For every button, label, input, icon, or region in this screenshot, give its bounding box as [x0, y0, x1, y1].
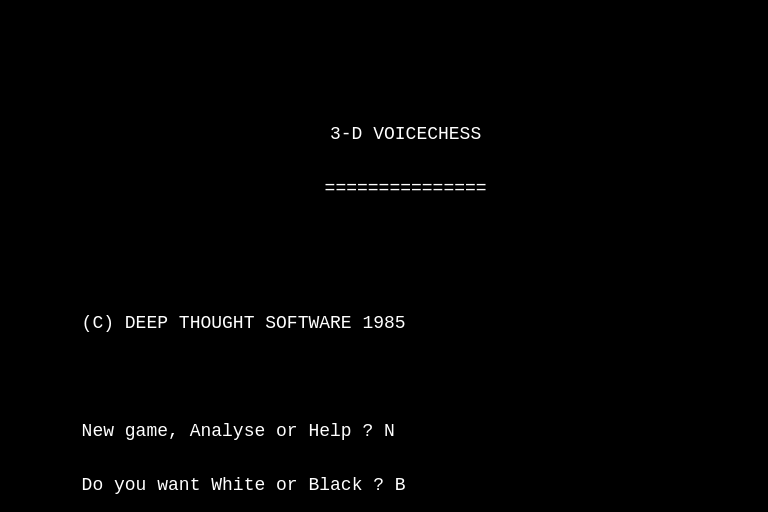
title-underline: =============== [325, 178, 487, 198]
prompt2: Do you want White or Black ? B [82, 475, 406, 495]
terminal-screen: 3-D VOICECHESS =============== (C) DEEP … [0, 0, 768, 512]
copyright: (C) DEEP THOUGHT SOFTWARE 1985 [82, 313, 406, 333]
title: 3-D VOICECHESS [330, 124, 481, 144]
prompt1: New game, Analyse or Help ? N [82, 421, 395, 441]
